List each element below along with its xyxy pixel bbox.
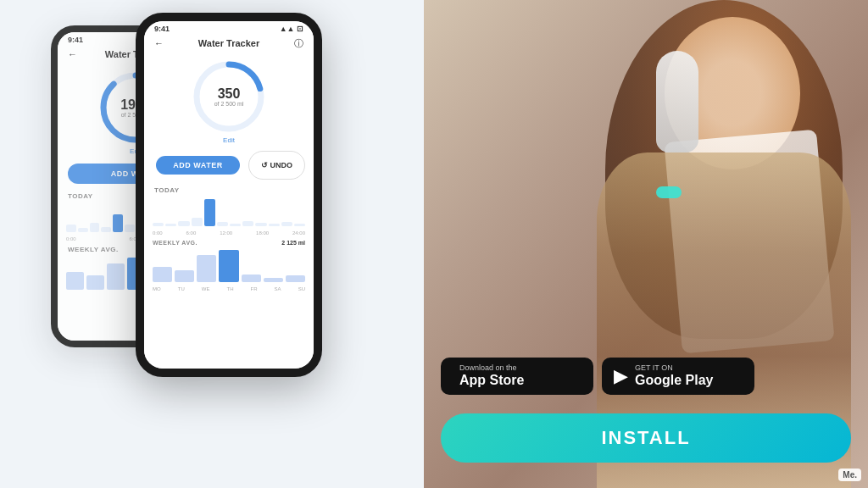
left-section: 9:41 ▲ ⬛ ← Water Tracker 1950 of 2 500 m… [0, 0, 424, 488]
back-time-0: 0:00 [66, 236, 76, 241]
front-unit: of 2 500 ml [214, 101, 244, 107]
weekly-bar-group [264, 278, 283, 282]
weekly-day-label: TH [226, 286, 233, 291]
bar-item [113, 214, 123, 232]
front-arrow-icon: ← [154, 38, 164, 48]
apple-store-sub: Download on the [459, 364, 524, 372]
front-circle-progress: 350 of 2 500 ml [191, 58, 267, 135]
front-header-title: Water Tracker [198, 38, 259, 48]
weekly-bar-group [107, 263, 125, 290]
bar-item [294, 224, 305, 226]
bar-item [178, 221, 189, 226]
weekly-day-label: SA [275, 286, 281, 291]
weekly-bar-item [197, 255, 216, 282]
front-status-bar: 9:41 ▲▲ ⊡ [144, 21, 314, 36]
bar-item [101, 227, 111, 232]
fitness-band [656, 186, 682, 198]
front-weekly-label: WEEKLY AVG. [153, 240, 198, 246]
google-play-icon: ▶ [614, 365, 628, 387]
weekly-day-label: FR [251, 286, 258, 291]
google-store-text: GET IT ON Google Play [635, 364, 713, 388]
front-time-4: 24:00 [292, 230, 305, 236]
bar-item [204, 199, 215, 226]
front-time-0: 0:00 [153, 230, 163, 236]
bar-item [217, 222, 228, 226]
front-weekly-header: WEEKLY AVG. 2 125 ml [144, 236, 314, 247]
front-add-water-button[interactable]: ADD WATER [156, 156, 239, 175]
install-button[interactable]: INSTALL [441, 413, 851, 463]
front-chart-labels: 0:00 6:00 12:00 18:00 24:00 [144, 230, 314, 236]
bar-item [242, 221, 253, 226]
weekly-bar-group [175, 270, 194, 282]
bar-item [281, 222, 292, 226]
weekly-bar-group [86, 275, 104, 290]
google-play-button[interactable]: ▶ GET IT ON Google Play [602, 358, 754, 395]
front-amount: 350 [214, 87, 244, 101]
bar-item [230, 224, 241, 226]
front-btn-row: ADD WATER ↺ UNDO [144, 147, 314, 183]
weekly-day-label: SU [298, 286, 305, 291]
front-today-label: TODAY [144, 183, 314, 196]
back-arrow-icon: ← [68, 49, 77, 59]
weekly-bar-item [66, 272, 84, 290]
store-buttons-container: Download on the App Store ▶ GET IT ON Go… [441, 358, 754, 395]
google-store-sub: GET IT ON [635, 364, 713, 372]
front-phone-screen: 9:41 ▲▲ ⊡ ← Water Tracker ⓘ 350 of 2 500… [144, 21, 314, 369]
apple-store-button[interactable]: Download on the App Store [441, 358, 593, 395]
weekly-bar-group [219, 250, 238, 282]
front-bar-chart [144, 196, 314, 230]
bar-item [78, 228, 88, 232]
bar-item [165, 224, 176, 226]
weekly-bar-item [242, 274, 261, 283]
weekly-bar-group [286, 275, 305, 282]
apple-store-main: App Store [459, 372, 524, 388]
weekly-bar-item [86, 275, 104, 290]
weekly-day-label: WE [202, 286, 210, 291]
front-info-icon: ⓘ [294, 37, 303, 50]
front-undo-button[interactable]: ↺ UNDO [248, 151, 305, 180]
front-phone-header: ← Water Tracker ⓘ [144, 36, 314, 52]
back-status-time: 9:41 [68, 36, 83, 44]
front-weekly-value: 2 125 ml [281, 240, 305, 246]
weekly-bar-group [153, 267, 172, 282]
weekly-bar-item [175, 270, 194, 282]
bar-item [66, 225, 76, 232]
weekly-bar-item [264, 278, 283, 282]
front-time-1: 6:00 [186, 230, 197, 236]
front-circle-text: 350 of 2 500 ml [214, 87, 244, 107]
front-weekly-bars [144, 247, 314, 286]
front-time-2: 12:00 [220, 230, 232, 236]
front-edit-link[interactable]: Edit [223, 136, 235, 144]
weekly-bar-item [107, 263, 125, 290]
front-weekly-days: MOTUWETHFRSASU [144, 286, 314, 292]
weekly-bar-item [153, 267, 172, 282]
front-status-time: 9:41 [154, 25, 170, 33]
front-status-icons: ▲▲ ⊡ [280, 25, 303, 33]
bar-item [125, 225, 135, 232]
phone-front: 9:41 ▲▲ ⊡ ← Water Tracker ⓘ 350 of 2 500… [136, 13, 322, 377]
bar-item [192, 218, 203, 226]
weekly-bar-item [219, 250, 238, 282]
weekly-bar-group [242, 274, 261, 283]
google-store-main: Google Play [635, 372, 713, 388]
weekly-day-label: TU [178, 286, 185, 291]
apple-store-text: Download on the App Store [459, 364, 524, 388]
bar-item [153, 223, 164, 226]
me-badge: Me. [838, 469, 861, 481]
weekly-bar-group [66, 272, 84, 290]
bar-item [90, 223, 100, 232]
weekly-day-label: MO [153, 286, 161, 291]
weekly-bar-item [286, 275, 305, 282]
water-bottle [656, 51, 698, 152]
front-circle-container: 350 of 2 500 ml Edit [144, 52, 314, 147]
bar-item [255, 223, 266, 226]
right-section: Download on the App Store ▶ GET IT ON Go… [424, 0, 868, 488]
bar-item [269, 224, 280, 226]
weekly-bar-group [197, 255, 216, 282]
front-time-3: 18:00 [256, 230, 269, 236]
